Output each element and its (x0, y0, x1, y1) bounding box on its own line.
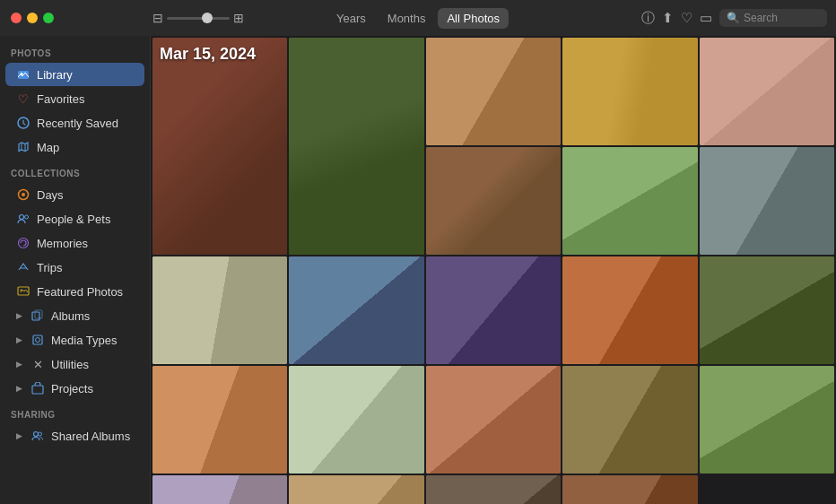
photo-cell[interactable] (562, 366, 697, 474)
shared-albums-icon (30, 429, 45, 443)
sidebar-item-utilities[interactable]: ▶ ✕ Utilities (5, 352, 144, 376)
days-label: Days (37, 188, 64, 202)
photo-cell[interactable] (562, 256, 697, 364)
photo-cell[interactable] (152, 366, 287, 474)
svg-rect-13 (35, 310, 42, 318)
collections-section-label: Collections (0, 160, 150, 182)
photo-cell[interactable] (426, 475, 561, 504)
photo-cell[interactable]: ♥ (700, 38, 834, 145)
favorite-heart-icon: ♥ (822, 126, 829, 140)
minimize-button[interactable] (27, 13, 38, 23)
photo-cell[interactable] (152, 256, 287, 364)
photo-cell[interactable] (700, 366, 834, 474)
projects-label: Projects (51, 382, 93, 395)
trips-icon (16, 260, 30, 274)
media-types-expand-arrow: ▶ (16, 335, 22, 344)
maximize-button[interactable] (43, 13, 54, 23)
photo-cell[interactable] (426, 366, 561, 474)
svg-point-17 (34, 432, 39, 437)
sidebar-item-media-types[interactable]: ▶ Media Types (5, 328, 144, 352)
photo-cell[interactable] (562, 147, 697, 255)
zoom-slider-track[interactable] (167, 17, 230, 20)
projects-icon (30, 381, 45, 395)
photo-cell[interactable] (562, 38, 697, 145)
sidebar-item-featured-photos[interactable]: Featured Photos (5, 280, 144, 303)
info-icon[interactable]: ⓘ (641, 10, 655, 27)
search-placeholder: Search (744, 12, 778, 24)
zoom-minus-icon[interactable]: ⊟ (152, 11, 163, 25)
sidebar-item-shared-albums[interactable]: ▶ Shared Albums (5, 424, 144, 448)
heart-icon[interactable]: ♡ (681, 10, 692, 26)
photo-cell[interactable] (289, 366, 423, 474)
trips-label: Trips (37, 261, 62, 274)
featured-photos-label: Featured Photos (37, 285, 123, 299)
utilities-label: Utilities (51, 358, 89, 371)
photo-cell[interactable] (426, 256, 561, 364)
media-types-icon (30, 333, 45, 347)
map-icon (16, 140, 30, 154)
slideshow-icon[interactable]: ▭ (700, 10, 712, 26)
svg-point-9 (19, 239, 29, 248)
photo-cell[interactable] (426, 147, 561, 255)
svg-rect-14 (33, 335, 42, 344)
memories-label: Memories (37, 237, 88, 250)
date-overlay: Mar 15, 2024 (160, 45, 256, 64)
search-box[interactable]: 🔍 Search (719, 9, 827, 27)
sidebar: Photos Library ♡ Favorites Recently Save… (0, 0, 151, 504)
photo-grid: Mar 15, 2024 ♥ (151, 36, 836, 504)
zoom-slider-thumb[interactable] (202, 13, 213, 23)
photo-cell[interactable] (152, 475, 287, 504)
search-icon: 🔍 (727, 12, 740, 24)
photo-cell[interactable] (289, 256, 423, 364)
tab-allphotos[interactable]: All Photos (438, 8, 509, 29)
sharing-section-label: Sharing (0, 401, 150, 423)
sidebar-item-days[interactable]: Days (5, 183, 144, 206)
sidebar-item-memories[interactable]: Memories (5, 231, 144, 255)
svg-point-6 (22, 193, 25, 196)
map-label: Map (37, 141, 59, 154)
favorites-icon: ♡ (16, 91, 30, 106)
svg-point-15 (36, 338, 40, 343)
albums-label: Albums (51, 309, 90, 323)
memories-icon (16, 236, 30, 250)
tab-years[interactable]: Years (327, 8, 375, 29)
share-icon[interactable]: ⬆ (662, 10, 674, 26)
photo-cell[interactable] (700, 147, 834, 255)
photo-cell[interactable] (700, 256, 834, 364)
svg-point-11 (21, 290, 22, 291)
media-types-label: Media Types (51, 334, 117, 347)
tab-months[interactable]: Months (379, 8, 435, 29)
svg-point-7 (20, 215, 24, 220)
zoom-control[interactable]: ⊟ ⊞ (152, 11, 244, 25)
sidebar-item-albums[interactable]: ▶ Albums (5, 304, 144, 327)
svg-rect-16 (32, 386, 43, 394)
utilities-icon: ✕ (30, 357, 45, 371)
photo-cell[interactable] (562, 475, 697, 504)
shared-albums-label: Shared Albums (51, 430, 130, 443)
sidebar-item-trips[interactable]: Trips (5, 256, 144, 279)
albums-expand-arrow: ▶ (16, 311, 22, 320)
photo-cell[interactable] (426, 38, 561, 145)
sidebar-item-people-pets[interactable]: People & Pets (5, 207, 144, 230)
svg-point-8 (25, 215, 29, 219)
sidebar-item-recently-saved[interactable]: Recently Saved (5, 111, 144, 135)
sidebar-item-projects[interactable]: ▶ Projects (5, 377, 144, 400)
sidebar-item-library[interactable]: Library (5, 63, 144, 86)
view-tabs: Years Months All Photos (327, 8, 509, 29)
shared-albums-expand-arrow: ▶ (16, 431, 22, 440)
albums-icon (30, 308, 45, 323)
sidebar-item-favorites[interactable]: ♡ Favorites (5, 87, 144, 110)
sidebar-item-map[interactable]: Map (5, 135, 144, 159)
photo-cell[interactable]: Mar 15, 2024 (152, 38, 287, 255)
recently-saved-label: Recently Saved (37, 117, 118, 130)
featured-photos-icon (16, 284, 30, 299)
library-label: Library (37, 68, 73, 82)
days-icon (16, 187, 30, 202)
recently-saved-icon (16, 116, 30, 130)
main-content: Filter By: All Items ▾ Mar 15, 2024 ♥ (151, 0, 836, 504)
window-controls (0, 13, 54, 23)
photo-cell[interactable] (289, 475, 423, 504)
photo-cell[interactable] (289, 38, 423, 255)
zoom-plus-icon[interactable]: ⊞ (233, 11, 244, 25)
close-button[interactable] (11, 13, 22, 23)
